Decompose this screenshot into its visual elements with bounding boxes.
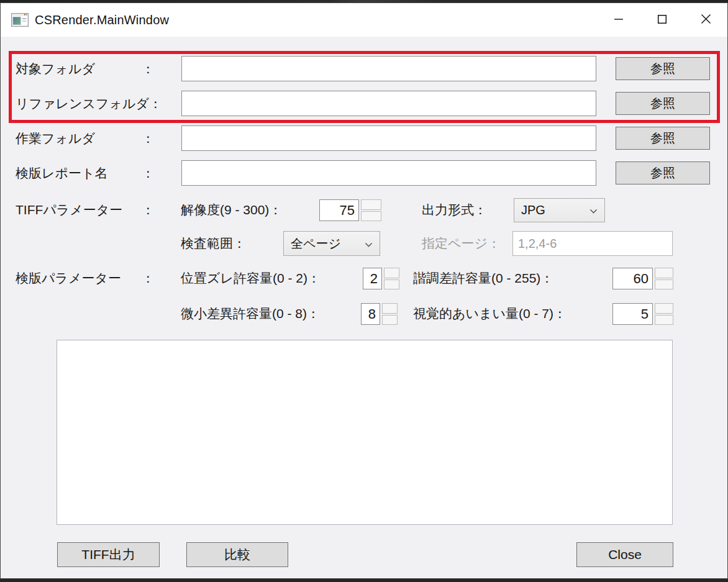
- maximize-icon: [657, 14, 667, 26]
- report-name-input[interactable]: [181, 160, 596, 186]
- title-bar: CSRender.MainWindow: [1, 3, 727, 37]
- micro-diff-tolerance-down-button[interactable]: [382, 315, 398, 325]
- close-icon: [701, 14, 711, 26]
- output-format-value: JPG: [521, 203, 545, 217]
- close-window-button[interactable]: [684, 3, 727, 37]
- micro-diff-tolerance-input[interactable]: [361, 303, 380, 325]
- report-name-label: 検版レポート名：: [16, 160, 155, 186]
- minimize-icon: [614, 14, 624, 26]
- colon: ：: [142, 60, 155, 78]
- compare-button[interactable]: 比較: [186, 542, 288, 567]
- position-tolerance-input[interactable]: [363, 268, 382, 289]
- position-tolerance-down-button[interactable]: [384, 280, 399, 290]
- caption-buttons: [597, 3, 727, 37]
- visual-ambiguity-input[interactable]: [612, 303, 653, 325]
- target-folder-input[interactable]: [181, 56, 596, 81]
- colon: ：: [142, 165, 155, 182]
- scan-range-select[interactable]: 全ページ: [283, 231, 380, 256]
- micro-diff-tolerance-spinner: [382, 303, 398, 325]
- tiff-output-button[interactable]: TIFF出力: [57, 542, 160, 567]
- tone-tolerance-spinner: [655, 268, 673, 289]
- chevron-down-icon: [365, 237, 373, 251]
- kenpan-params-section-label: 検版パラメーター：: [16, 266, 155, 290]
- colon: ：: [142, 130, 155, 147]
- scan-range-value: 全ページ: [291, 235, 341, 252]
- output-format-label: 出力形式：: [422, 198, 487, 222]
- micro-diff-tolerance-up-button[interactable]: [382, 303, 398, 314]
- resolution-spinner: [361, 199, 381, 221]
- reference-folder-input[interactable]: [181, 91, 596, 116]
- page-spec-label: 指定ページ：: [422, 231, 501, 256]
- visual-ambiguity-label: 視覚的あいまい量(0 - 7)：: [413, 302, 566, 325]
- app-window: CSRender.MainWindow: [0, 2, 728, 579]
- visual-ambiguity-spinner: [655, 303, 673, 325]
- colon: ：: [142, 201, 155, 219]
- tone-tolerance-down-button[interactable]: [655, 280, 673, 290]
- output-format-select[interactable]: JPG: [514, 198, 605, 222]
- work-folder-label: 作業フォルダ：: [16, 125, 155, 151]
- tiff-params-section-label: TIFFパラメーター：: [16, 198, 155, 222]
- close-button[interactable]: Close: [576, 542, 673, 567]
- screen: CSRender.MainWindow: [0, 0, 728, 582]
- page-spec-input: [512, 231, 673, 256]
- micro-diff-tolerance-label: 微小差異許容量(0 - 8)：: [181, 302, 320, 325]
- main-content: 対象フォルダ： 参照 リファレンスフォルダ： 参照 作業フォルダ： 参照 検版レ…: [1, 37, 727, 578]
- window-title: CSRender.MainWindow: [35, 13, 169, 27]
- minimize-button[interactable]: [597, 3, 640, 37]
- position-tolerance-spinner: [384, 268, 399, 289]
- tone-tolerance-input[interactable]: [612, 268, 653, 289]
- tone-tolerance-label: 諧調差許容量(0 - 255)：: [413, 266, 553, 290]
- position-tolerance-label: 位置ズレ許容量(0 - 2)：: [181, 266, 321, 290]
- app-icon: [11, 13, 29, 27]
- reference-folder-label: リファレンスフォルダ：: [16, 91, 155, 116]
- log-area[interactable]: [57, 340, 673, 525]
- resolution-up-button[interactable]: [361, 199, 381, 210]
- resolution-label: 解像度(9 - 300)：: [181, 198, 282, 222]
- position-tolerance-up-button[interactable]: [384, 268, 399, 278]
- work-folder-input[interactable]: [181, 125, 596, 151]
- maximize-button[interactable]: [640, 3, 684, 37]
- chevron-down-icon: [589, 203, 598, 217]
- colon: ：: [149, 95, 162, 112]
- tone-tolerance-up-button[interactable]: [655, 268, 673, 278]
- reference-folder-browse-button[interactable]: 参照: [616, 92, 710, 115]
- resolution-down-button[interactable]: [361, 211, 381, 222]
- resolution-input[interactable]: [319, 199, 359, 221]
- target-folder-label: 対象フォルダ：: [16, 56, 155, 81]
- visual-ambiguity-up-button[interactable]: [655, 303, 673, 314]
- visual-ambiguity-down-button[interactable]: [655, 315, 673, 325]
- colon: ：: [142, 270, 155, 287]
- scan-range-label: 検査範囲：: [181, 231, 246, 256]
- work-folder-browse-button[interactable]: 参照: [616, 127, 710, 150]
- report-name-browse-button[interactable]: 参照: [616, 161, 710, 184]
- target-folder-browse-button[interactable]: 参照: [616, 57, 710, 80]
